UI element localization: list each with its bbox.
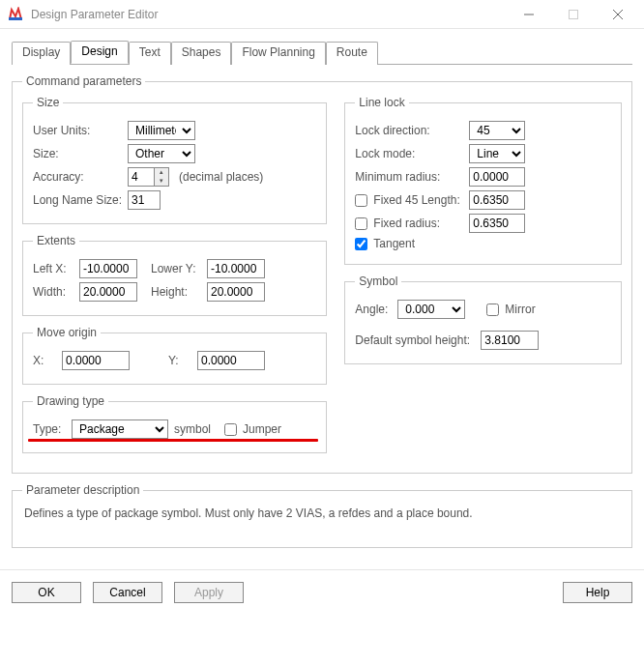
- group-symbol: Symbol Angle: 0.000 Mirror Default symbo…: [344, 275, 622, 364]
- spin-up-icon[interactable]: ▴: [155, 168, 168, 177]
- origin-y-input[interactable]: [197, 351, 265, 370]
- decimal-places-text: (decimal places): [179, 170, 263, 184]
- jumper-checkbox[interactable]: [224, 423, 237, 436]
- tab-bar: Display Design Text Shapes Flow Planning…: [12, 41, 632, 65]
- mirror-checkbox-label[interactable]: Mirror: [486, 303, 535, 316]
- group-extents: Extents Left X: Lower Y: Width: Height:: [22, 234, 327, 316]
- group-command-parameters: Command parameters Size User Units: Mill…: [12, 74, 632, 474]
- label-y: Y:: [168, 354, 197, 367]
- label-leftx: Left X:: [33, 262, 79, 275]
- user-units-select[interactable]: Millimeter: [128, 121, 195, 140]
- tab-design[interactable]: Design: [71, 41, 128, 64]
- svg-rect-1: [9, 17, 22, 20]
- app-icon: [8, 7, 23, 22]
- window-title: Design Parameter Editor: [31, 8, 507, 21]
- label-width: Width:: [33, 285, 79, 299]
- fixed45-text: Fixed 45 Length:: [373, 193, 459, 207]
- size-select[interactable]: Other: [128, 144, 195, 163]
- tangent-text: Tangent: [373, 237, 415, 250]
- fixed-radius-text: Fixed radius:: [373, 217, 440, 230]
- label-lowery: Lower Y:: [151, 262, 207, 275]
- label-lock-mode: Lock mode:: [355, 147, 469, 160]
- label-height: Height:: [151, 285, 207, 299]
- tab-route[interactable]: Route: [326, 42, 378, 65]
- accuracy-input[interactable]: [129, 168, 154, 186]
- svg-rect-3: [570, 10, 578, 18]
- minimize-button[interactable]: [507, 0, 551, 29]
- label-accuracy: Accuracy:: [33, 170, 128, 184]
- origin-x-input[interactable]: [62, 351, 130, 370]
- symbol-suffix: symbol: [174, 422, 211, 436]
- tangent-checkbox-label[interactable]: Tangent: [355, 237, 415, 250]
- legend-param-desc: Parameter description: [22, 483, 143, 497]
- tangent-checkbox[interactable]: [355, 238, 367, 250]
- label-x: X:: [33, 354, 62, 367]
- tab-shapes[interactable]: Shapes: [171, 42, 232, 65]
- group-line-lock: Line lock Lock direction: 45 Lock mode: …: [344, 96, 622, 265]
- group-size: Size User Units: Millimeter Size: Other …: [22, 96, 327, 224]
- help-button[interactable]: Help: [563, 582, 632, 603]
- mirror-checkbox[interactable]: [486, 304, 499, 316]
- titlebar: Design Parameter Editor: [0, 0, 644, 29]
- dialog-buttons: OK Cancel Apply Help: [0, 569, 644, 615]
- lock-mode-select[interactable]: Line: [469, 144, 525, 163]
- tab-flow-planning[interactable]: Flow Planning: [231, 42, 325, 65]
- label-angle: Angle:: [355, 303, 397, 316]
- label-user-units: User Units:: [33, 124, 128, 137]
- spin-down-icon[interactable]: ▾: [155, 177, 168, 186]
- label-min-radius: Minimum radius:: [355, 170, 469, 184]
- fixed45-checkbox[interactable]: [355, 194, 367, 207]
- group-parameter-description: Parameter description Defines a type of …: [12, 483, 632, 548]
- label-lock-direction: Lock direction:: [355, 124, 469, 137]
- group-drawing-type: Drawing type Type: Package symbol Jumper: [22, 394, 327, 453]
- legend-command: Command parameters: [22, 74, 145, 88]
- default-height-input[interactable]: [481, 331, 539, 350]
- fixed-radius-input[interactable]: [469, 214, 525, 233]
- ok-button[interactable]: OK: [12, 582, 81, 603]
- jumper-checkbox-label[interactable]: Jumper: [224, 422, 281, 436]
- tab-text[interactable]: Text: [129, 42, 171, 65]
- legend-drawing-type: Drawing type: [33, 394, 108, 408]
- fixed-radius-checkbox-label[interactable]: Fixed radius:: [355, 217, 469, 230]
- legend-symbol: Symbol: [355, 275, 401, 288]
- fixed45-checkbox-label[interactable]: Fixed 45 Length:: [355, 193, 469, 207]
- leftx-input[interactable]: [79, 259, 137, 278]
- tab-display[interactable]: Display: [12, 42, 71, 65]
- jumper-text: Jumper: [243, 422, 281, 436]
- legend-line-lock: Line lock: [355, 96, 408, 109]
- mirror-text: Mirror: [505, 303, 535, 316]
- label-long-name: Long Name Size:: [33, 193, 128, 207]
- close-button[interactable]: [596, 0, 640, 29]
- maximize-button[interactable]: [551, 0, 596, 29]
- type-select[interactable]: Package: [72, 419, 168, 439]
- lock-direction-select[interactable]: 45: [469, 121, 525, 140]
- angle-select[interactable]: 0.000: [397, 300, 465, 319]
- long-name-input[interactable]: [128, 190, 161, 210]
- group-move-origin: Move origin X: Y:: [22, 326, 327, 385]
- legend-extents: Extents: [33, 234, 79, 247]
- height-input[interactable]: [207, 282, 265, 302]
- fixed-radius-checkbox[interactable]: [355, 217, 367, 230]
- label-size: Size:: [33, 147, 128, 160]
- min-radius-input[interactable]: [469, 167, 525, 187]
- accuracy-spinner[interactable]: ▴▾: [128, 167, 169, 187]
- apply-button[interactable]: Apply: [174, 582, 244, 603]
- legend-move-origin: Move origin: [33, 326, 101, 339]
- label-type: Type:: [33, 422, 72, 436]
- legend-size: Size: [33, 96, 63, 109]
- lowery-input[interactable]: [207, 259, 265, 278]
- param-desc-text: Defines a type of package symbol. Must o…: [22, 505, 622, 537]
- width-input[interactable]: [79, 282, 137, 302]
- fixed45-input[interactable]: [469, 190, 525, 210]
- label-default-height: Default symbol height:: [355, 333, 481, 347]
- cancel-button[interactable]: Cancel: [93, 582, 162, 603]
